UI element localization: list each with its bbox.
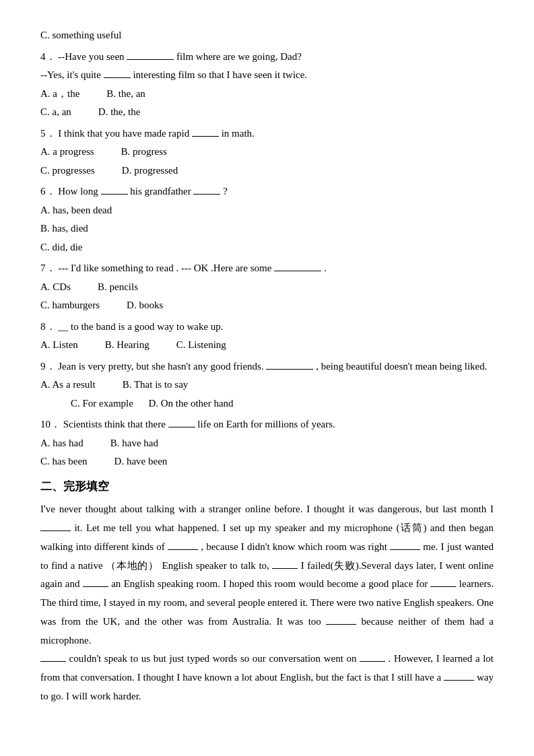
- section2-title-text: 二、完形填空: [40, 480, 109, 493]
- passage-text1: I've never thought about talking with a …: [40, 504, 494, 514]
- q9-optC: C. For example: [71, 398, 133, 409]
- q9-options-ab: A. As a result B. That is to say: [40, 376, 494, 394]
- q9-optB: B. That is to say: [123, 376, 189, 394]
- q9-optD: D. On the other hand: [148, 398, 233, 409]
- q9-text1: Jean is very pretty, but she hasn't any …: [58, 361, 263, 372]
- q7-optB: B. pencils: [98, 279, 138, 296]
- q7-text2: .: [324, 263, 327, 273]
- q9-optA: A. As a result: [40, 376, 96, 394]
- q7-optD: D. books: [127, 297, 163, 314]
- q10-optC: C. has been: [40, 453, 88, 471]
- question-8: 8． __ to the band is a good way to wake …: [40, 318, 494, 354]
- q8-options: A. Listen B. Hearing C. Listening: [40, 337, 494, 354]
- q4-line2: --Yes, it's quite interesting film so th…: [40, 67, 494, 84]
- question-9: 9． Jean is very pretty, but she hasn't a…: [40, 358, 494, 413]
- q6-optB: B. has, died: [40, 220, 494, 238]
- q5-optD: D. progressed: [122, 162, 178, 180]
- q5-number: 5．: [40, 128, 56, 139]
- q6-optA-label: A. has, been dead: [40, 205, 112, 215]
- q6-text2: his grandfather: [130, 186, 191, 197]
- q7-number: 7．: [40, 263, 56, 273]
- p-blank7: [326, 614, 356, 625]
- q4-options-ab: A. a，the B. the, an: [40, 85, 494, 103]
- p-blank8: [40, 651, 66, 662]
- q5-optA: A. a progress: [40, 143, 94, 161]
- q6-text1: How long: [58, 186, 98, 197]
- q8-text1: __ to the band is a good way to wake up.: [58, 321, 223, 332]
- q7-optC: C. hamburgers: [40, 297, 100, 314]
- p-blank6: [430, 576, 456, 587]
- q6-text3: ?: [223, 186, 228, 197]
- q5-text2: in math.: [222, 128, 255, 139]
- q4-optB: B. the, an: [106, 85, 145, 103]
- q7-blank: [274, 261, 321, 271]
- q10-options-cd: C. has been D. have been: [40, 453, 494, 471]
- q10-optA: A. has had: [40, 435, 84, 452]
- question-4: 4． --Have you seen film where are we goi…: [40, 48, 494, 121]
- passage-text9: couldn't speak to us but just typed word…: [69, 653, 357, 664]
- question-10: 10． Scientists think that there life on …: [40, 416, 494, 471]
- q10-optB: B. have had: [110, 435, 158, 452]
- p-blank9: [360, 651, 385, 662]
- q5-blank: [192, 126, 219, 137]
- q10-text1: Scientists think that there: [63, 419, 166, 429]
- exam-content: C. something useful 4． --Have you seen f…: [40, 27, 494, 706]
- q5-text1: I think that you have made rapid: [58, 128, 189, 139]
- passage-text3: , because I didn't know which room was r…: [201, 541, 387, 552]
- q4-line1: 4． --Have you seen film where are we goi…: [40, 48, 494, 66]
- q5-options-ab: A. a progress B. progress: [40, 143, 494, 161]
- q5-optC: C. progresses: [40, 162, 95, 180]
- q7-optA: A. CDs: [40, 279, 71, 296]
- q10-line: 10． Scientists think that there life on …: [40, 416, 494, 434]
- q9-blank: [266, 359, 313, 370]
- q4-optA: A. a，the: [40, 85, 79, 103]
- prev-option-c: C. something useful: [40, 27, 494, 44]
- q6-optA: A. has, been dead: [40, 202, 494, 219]
- q4-text2b: interesting film so that I have seen it …: [133, 69, 307, 80]
- q6-number: 6．: [40, 186, 56, 197]
- q4-options-cd: C. a, an D. the, the: [40, 104, 494, 121]
- q8-optC: C. Listening: [176, 337, 226, 354]
- q4-text1: --Have you seen: [58, 51, 124, 62]
- q8-line: 8． __ to the band is a good way to wake …: [40, 318, 494, 336]
- q10-number: 10．: [40, 419, 61, 429]
- p-blank1: [40, 520, 71, 531]
- q8-optB: B. Hearing: [105, 337, 149, 354]
- passage-block: I've never thought about talking with a …: [40, 500, 494, 706]
- p-blank10: [444, 670, 474, 681]
- q8-optA: A. Listen: [40, 337, 78, 354]
- q9-options-cd: C. For example D. On the other hand: [40, 395, 494, 413]
- option-c-text: C. something useful: [40, 27, 494, 44]
- q4-number: 4．: [40, 51, 56, 62]
- q5-optB: B. progress: [121, 143, 167, 161]
- q7-options-cd: C. hamburgers D. books: [40, 297, 494, 314]
- q9-number: 9．: [40, 361, 56, 372]
- q6-optC-label: C. did, die: [40, 242, 83, 252]
- q7-line: 7． --- I'd like something to read . --- …: [40, 260, 494, 277]
- passage-text6: an English speaking room. I hoped this r…: [111, 578, 428, 589]
- q10-text2: life on Earth for millions of years.: [197, 419, 335, 429]
- q6-line: 6． How long his grandfather ?: [40, 183, 494, 201]
- q4-text1b: film where are we going, Dad?: [176, 51, 302, 62]
- q8-number: 8．: [40, 321, 56, 332]
- q5-options-cd: C. progresses D. progressed: [40, 162, 494, 180]
- q9-line: 9． Jean is very pretty, but she hasn't a…: [40, 358, 494, 376]
- section2-title: 二、完形填空: [40, 477, 494, 497]
- q4-text2: --Yes, it's quite: [40, 69, 101, 80]
- p-blank2: [168, 539, 198, 550]
- q4-blank1: [127, 49, 174, 60]
- q9-text2: , being beautiful doesn't mean being lik…: [316, 361, 487, 372]
- q6-optC: C. did, die: [40, 239, 494, 256]
- question-5: 5． I think that you have made rapid in m…: [40, 125, 494, 180]
- q6-blank2: [193, 184, 220, 195]
- question-6: 6． How long his grandfather ? A. has, be…: [40, 183, 494, 256]
- q10-optD: D. have been: [114, 453, 168, 471]
- p-blank5: [83, 576, 108, 587]
- question-7: 7． --- I'd like something to read . --- …: [40, 260, 494, 314]
- q4-blank2: [104, 67, 131, 78]
- q10-blank: [168, 417, 195, 427]
- q7-text1: --- I'd like something to read . --- OK …: [58, 263, 271, 273]
- q7-options-ab: A. CDs B. pencils: [40, 279, 494, 296]
- q10-options-ab: A. has had B. have had: [40, 435, 494, 452]
- q5-line: 5． I think that you have made rapid in m…: [40, 125, 494, 143]
